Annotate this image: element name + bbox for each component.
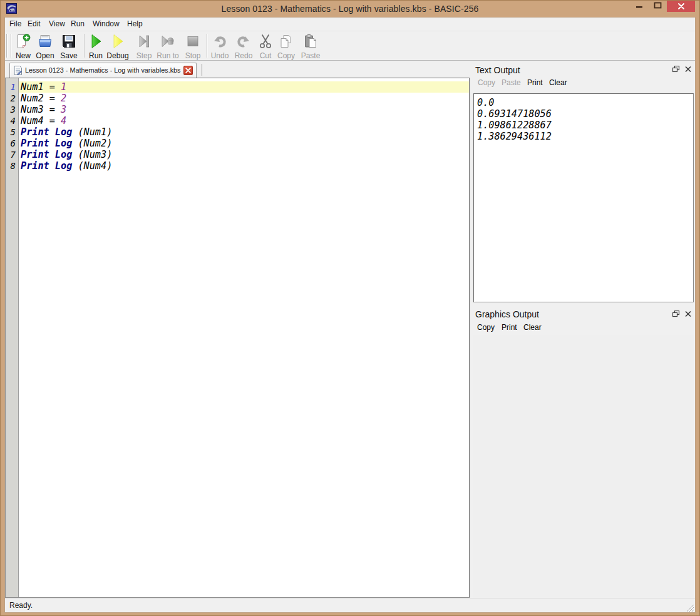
text-output-float-icon[interactable]	[672, 66, 680, 73]
menu-file[interactable]: File	[8, 18, 23, 31]
minimize-button[interactable]	[630, 0, 649, 12]
code-token: (Num1)	[78, 126, 112, 138]
toolbar: New Open	[5, 31, 695, 61]
client-area: File Edit View Run Window Help New	[5, 18, 695, 612]
line-number: 6	[6, 138, 16, 149]
menu-help[interactable]: Help	[126, 18, 144, 31]
new-button[interactable]: New	[11, 32, 36, 59]
text-output-print-button[interactable]: Print	[527, 78, 543, 87]
code-token: Num2 =	[21, 93, 61, 104]
code-line: 3 Num3 = 3	[6, 104, 469, 115]
code-token: Print Log	[21, 149, 78, 160]
stop-button[interactable]: Stop	[180, 32, 205, 59]
redo-label: Redo	[231, 51, 256, 60]
menu-window[interactable]: Window	[91, 18, 121, 31]
code-line: 8 Print Log (Num4)	[6, 160, 469, 172]
menu-view[interactable]: View	[48, 18, 66, 31]
copy-icon	[278, 33, 294, 49]
code-token: 4	[61, 115, 66, 126]
stop-icon	[185, 33, 201, 49]
tab-close-button[interactable]	[183, 66, 193, 75]
redo-icon	[235, 33, 252, 49]
run-to-icon	[160, 33, 176, 49]
debug-button[interactable]: Debug	[104, 32, 131, 59]
stop-label: Stop	[180, 51, 205, 60]
code-editor[interactable]: 1 Num1 = 1 2 Num2 = 2 3 Num3 = 3 4 Num4 …	[5, 78, 470, 598]
open-label: Open	[33, 51, 58, 60]
code-token: Num1 =	[21, 81, 61, 93]
code-token: Print Log	[21, 138, 78, 149]
line-number: 1	[6, 81, 16, 93]
text-output-paste-button[interactable]: Paste	[502, 78, 521, 87]
menu-edit[interactable]: Edit	[26, 18, 42, 31]
code-line: 6 Print Log (Num2)	[6, 138, 469, 149]
output-line: 0.0	[477, 97, 494, 108]
graphics-output-title: Graphics Output	[475, 309, 539, 319]
redo-button[interactable]: Redo	[231, 32, 256, 59]
debug-label: Debug	[104, 51, 131, 60]
paste-icon	[302, 33, 319, 49]
document-edit-icon	[14, 66, 22, 75]
tab-title: Lesson 0123 - Mathematics - Log with var…	[25, 63, 180, 77]
code-token: 2	[61, 93, 66, 104]
undo-button[interactable]: Undo	[207, 32, 232, 59]
run-to-button[interactable]: Run to	[153, 32, 182, 59]
paste-button[interactable]: Paste	[297, 32, 324, 59]
tab-close-icon	[185, 68, 191, 73]
run-to-label: Run to	[153, 51, 182, 60]
output-line: 1.09861228867	[477, 120, 552, 131]
undo-icon	[212, 33, 228, 49]
code-token: Num4 =	[21, 115, 61, 126]
graphics-output-print-button[interactable]: Print	[502, 323, 517, 332]
text-output-close-icon[interactable]	[684, 66, 692, 73]
text-output-area[interactable]: 0.0 0.69314718056 1.09861228867 1.386294…	[473, 93, 694, 302]
maximize-button[interactable]	[649, 0, 667, 12]
line-number: 4	[6, 115, 16, 126]
code-token: Num3 =	[21, 104, 61, 115]
graphics-output-area[interactable]	[473, 335, 694, 598]
open-file-icon	[37, 33, 53, 49]
code-token: 1	[61, 81, 66, 93]
line-number: 8	[6, 160, 16, 172]
titlebar: Lesson 0123 - Mathematics - Log with var…	[0, 0, 700, 18]
output-line: 1.38629436112	[477, 131, 552, 142]
step-button[interactable]: Step	[131, 32, 157, 59]
new-label: New	[11, 51, 36, 60]
status-message: Ready.	[9, 598, 33, 612]
step-icon	[136, 33, 152, 49]
code-token: (Num2)	[78, 138, 112, 149]
code-token: Print Log	[21, 126, 78, 138]
save-button[interactable]: Save	[56, 32, 81, 59]
code-token: Print Log	[21, 160, 78, 172]
undo-label: Undo	[207, 51, 232, 60]
debug-icon	[110, 33, 126, 49]
menu-run[interactable]: Run	[69, 18, 86, 31]
text-output-title: Text Output	[475, 65, 520, 75]
run-icon	[88, 33, 104, 49]
graphics-output-float-icon[interactable]	[672, 311, 680, 317]
code-line: 4 Num4 = 4	[6, 115, 469, 126]
basic256-window: Lesson 0123 - Mathematics - Log with var…	[0, 0, 700, 616]
code-token: 3	[61, 104, 66, 115]
graphics-output-copy-button[interactable]: Copy	[477, 323, 495, 332]
graphics-output-clear-button[interactable]: Clear	[523, 323, 542, 332]
text-output-clear-button[interactable]: Clear	[549, 78, 567, 87]
line-number: 2	[6, 93, 16, 104]
window-title: Lesson 0123 - Mathematics - Log with var…	[0, 0, 700, 18]
code-line: 5 Print Log (Num1)	[6, 126, 469, 138]
close-icon	[678, 3, 684, 9]
close-button[interactable]	[667, 1, 695, 12]
resize-grip-icon[interactable]	[686, 604, 694, 612]
output-line: 0.69314718056	[477, 108, 552, 120]
copy-button[interactable]: Copy	[272, 32, 300, 59]
text-output-copy-button[interactable]: Copy	[478, 78, 495, 87]
save-floppy-icon	[61, 33, 77, 49]
graphics-output-close-icon[interactable]	[684, 311, 692, 317]
line-number: 7	[6, 149, 16, 160]
menubar: File Edit View Run Window Help	[5, 18, 695, 31]
code-line: 1 Num1 = 1	[6, 81, 469, 93]
tab-lesson-file[interactable]: Lesson 0123 - Mathematics - Log with var…	[9, 63, 197, 78]
statusbar: Ready.	[5, 598, 695, 612]
copy-label: Copy	[272, 51, 300, 60]
open-button[interactable]: Open	[33, 32, 58, 59]
